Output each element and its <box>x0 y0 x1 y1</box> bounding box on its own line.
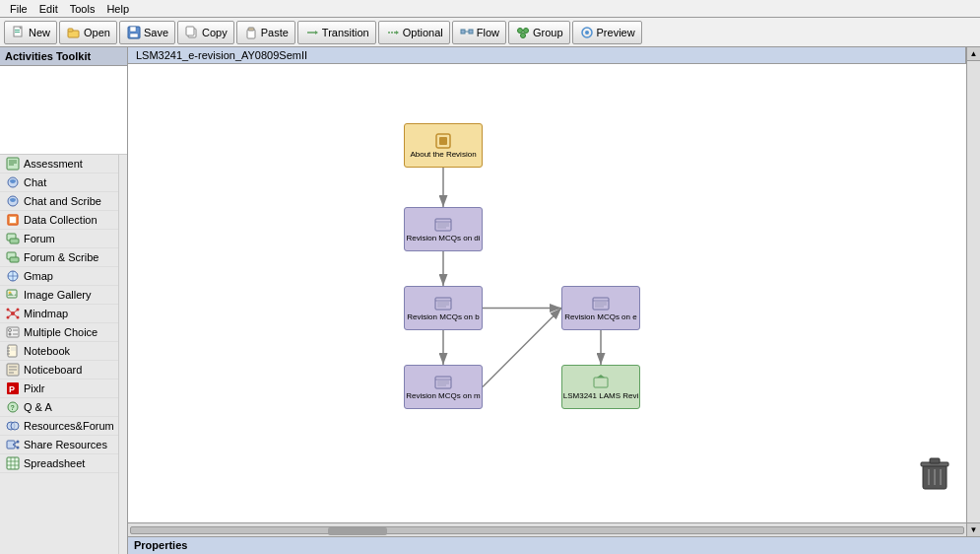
sidebar-item-resources-forum[interactable]: Resources&Forum <box>0 417 118 436</box>
forumscribe-icon <box>6 250 20 264</box>
svg-rect-17 <box>461 30 465 34</box>
h-scrollbar-thumb[interactable] <box>328 527 387 535</box>
flow-node-n3[interactable]: Revision MCQs on b <box>404 286 483 330</box>
sidebar: Activities Toolkit AssessmentChatChat an… <box>0 47 128 554</box>
sidebar-item-pixlr[interactable]: PPixlr <box>0 380 118 398</box>
sidebar-item-gmap[interactable]: Gmap <box>0 267 118 286</box>
h-scrollbar[interactable] <box>128 522 966 536</box>
sidebar-item-share-resources[interactable]: Share Resources <box>0 436 118 454</box>
sidebar-item-chat[interactable]: Chat <box>0 173 118 192</box>
canvas[interactable]: About the RevisionRevision MCQs on diRev… <box>128 64 966 522</box>
preview-label: Preview <box>597 27 635 38</box>
sidebar-item-label: Pixlr <box>24 382 44 394</box>
sidebar-item-notebook[interactable]: Notebook <box>0 342 118 361</box>
mindmap-icon <box>6 307 20 320</box>
sidebar-item-forum---scribe[interactable]: Forum & Scribe <box>0 248 118 267</box>
sidebar-item-label: Forum <box>24 233 55 244</box>
preview-icon <box>579 25 595 40</box>
node-icon-n1 <box>434 132 452 150</box>
sidebar-item-label: Multiple Choice <box>24 326 98 338</box>
svg-point-49 <box>7 316 10 319</box>
imagegallery-icon <box>6 288 20 302</box>
flow-button[interactable]: Flow <box>452 21 506 44</box>
h-scrollbar-track[interactable] <box>130 526 964 534</box>
menu-help[interactable]: Help <box>100 2 135 16</box>
sidebar-item-noticeboard[interactable]: Noticeboard <box>0 361 118 380</box>
node-label-n6: LSM3241 LAMS Revi <box>563 392 638 401</box>
multiplechoice-icon <box>6 325 20 339</box>
paste-button[interactable]: Paste <box>236 21 295 44</box>
new-label: New <box>29 27 50 38</box>
sidebar-item-label: Resources&Forum <box>24 420 114 432</box>
svg-text:P: P <box>9 384 15 394</box>
group-button[interactable]: Group <box>508 21 570 44</box>
save-label: Save <box>144 27 168 38</box>
svg-rect-3 <box>15 32 20 33</box>
open-icon <box>66 25 82 40</box>
flow-node-n4[interactable]: Revision MCQs on m <box>404 365 483 409</box>
arrows-overlay <box>128 64 966 522</box>
trash-icon[interactable] <box>919 457 950 493</box>
svg-rect-90 <box>439 137 447 145</box>
svg-rect-12 <box>248 28 254 31</box>
svg-rect-5 <box>68 29 73 32</box>
sidebar-item-label: Data Collection <box>24 214 98 226</box>
svg-point-76 <box>17 447 20 450</box>
sidebar-item-assessment[interactable]: Assessment <box>0 155 118 173</box>
new-button[interactable]: New <box>4 21 57 44</box>
paste-label: Paste <box>261 27 289 38</box>
svg-point-47 <box>7 309 10 312</box>
menu-bar: File Edit Tools Help <box>0 0 980 18</box>
datacollection-icon <box>6 213 20 227</box>
scroll-up-button[interactable]: ▲ <box>967 47 980 61</box>
flow-node-n1[interactable]: About the Revision <box>404 123 483 168</box>
sidebar-scrollbar[interactable] <box>118 155 127 554</box>
scroll-down-button[interactable]: ▼ <box>967 522 980 536</box>
sidebar-item-q---a[interactable]: ?Q & A <box>0 398 118 417</box>
node-label-n1: About the Revision <box>410 151 476 160</box>
sidebar-item-mindmap[interactable]: Mindmap <box>0 305 118 323</box>
svg-point-22 <box>520 33 525 37</box>
optional-button[interactable]: Optional <box>378 21 450 44</box>
transition-icon <box>304 25 320 40</box>
sidebar-item-chat-and-scribe[interactable]: Chat and Scribe <box>0 192 118 211</box>
sidebar-item-forum[interactable]: Forum <box>0 230 118 248</box>
flow-node-n6[interactable]: LSM3241 LAMS Revi <box>561 365 640 409</box>
svg-rect-36 <box>10 257 19 262</box>
assessment-icon <box>6 157 20 171</box>
paste-icon <box>243 25 259 40</box>
copy-button[interactable]: Copy <box>177 21 234 44</box>
v-scrollbar[interactable]: ▲ ▼ <box>966 47 980 536</box>
v-scroll-track[interactable] <box>967 61 980 522</box>
transition-button[interactable]: Transition <box>297 21 376 44</box>
flow-node-n5[interactable]: Revision MCQs on e <box>561 286 640 330</box>
forum-icon <box>6 232 20 245</box>
sidebar-item-spreadsheet[interactable]: Spreadsheet <box>0 454 118 473</box>
svg-rect-8 <box>130 34 138 37</box>
sidebar-item-label: Q & A <box>24 401 52 413</box>
menu-tools[interactable]: Tools <box>64 2 101 16</box>
svg-rect-77 <box>7 457 19 469</box>
svg-point-75 <box>17 441 20 444</box>
node-icon-n6 <box>592 374 610 391</box>
sidebar-item-multiple-choice[interactable]: Multiple Choice <box>0 323 118 342</box>
optional-icon <box>385 25 401 40</box>
svg-point-71 <box>11 422 19 430</box>
svg-rect-91 <box>435 219 451 231</box>
open-button[interactable]: Open <box>59 21 117 44</box>
menu-edit[interactable]: Edit <box>33 2 64 16</box>
sidebar-item-image-gallery[interactable]: Image Gallery <box>0 286 118 305</box>
sidebar-item-data-collection[interactable]: Data Collection <box>0 211 118 230</box>
preview-button[interactable]: Preview <box>572 21 642 44</box>
main-container: Activities Toolkit AssessmentChatChat an… <box>0 47 980 554</box>
sidebar-list: AssessmentChatChat and ScribeData Collec… <box>0 155 118 554</box>
sidebar-item-label: Image Gallery <box>24 289 91 301</box>
node-icon-n3 <box>434 295 452 312</box>
svg-point-20 <box>517 28 522 33</box>
canvas-tab[interactable]: LSM3241_e-revision_AY0809SemII <box>128 47 966 64</box>
arrow-n4-n5 <box>483 309 561 387</box>
menu-file[interactable]: File <box>4 2 33 16</box>
svg-marker-14 <box>315 31 318 35</box>
save-button[interactable]: Save <box>119 21 175 44</box>
flow-node-n2[interactable]: Revision MCQs on di <box>404 207 483 251</box>
